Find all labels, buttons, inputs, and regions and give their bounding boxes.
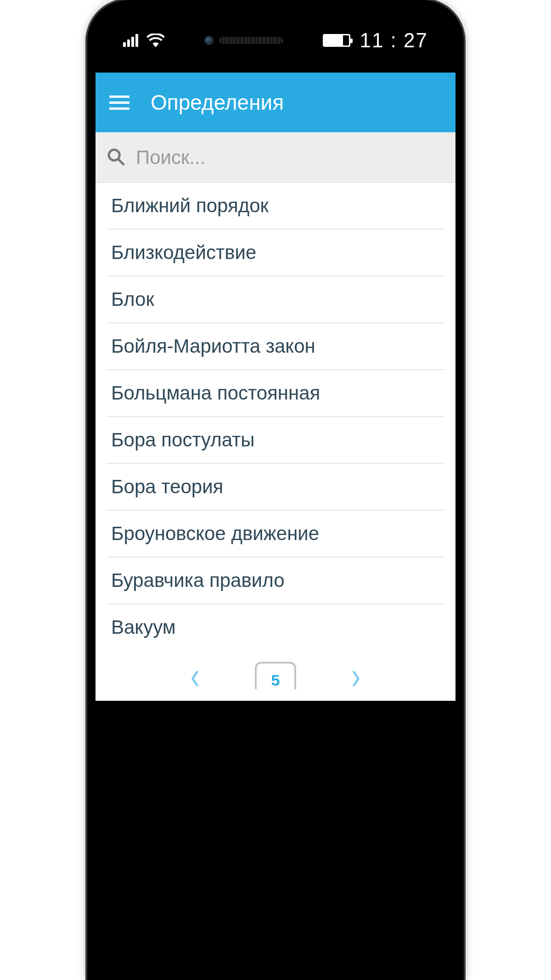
search-input[interactable] <box>136 146 444 169</box>
list-item[interactable]: Броуновское движение <box>107 511 444 558</box>
phone-frame: 11 : 27 Определения Ближ <box>87 0 464 980</box>
status-center <box>204 36 283 45</box>
page-number: 5 <box>271 671 280 689</box>
page-title: Определения <box>151 90 284 115</box>
search-icon <box>107 147 125 168</box>
page-number-input[interactable]: 5 <box>255 662 296 689</box>
app-header: Определения <box>96 73 455 132</box>
definitions-list[interactable]: Ближний порядок Близкодействие Блок Бойл… <box>96 183 455 650</box>
clock: 11 : 27 <box>360 29 428 52</box>
list-item[interactable]: Бора теория <box>107 464 444 511</box>
speaker-grille-icon <box>219 37 283 44</box>
signal-icon <box>123 34 138 47</box>
phone-screen: 11 : 27 Определения Ближ <box>96 8 455 701</box>
hamburger-menu-icon[interactable] <box>107 91 132 114</box>
prev-page-icon[interactable]: ‹ <box>191 653 200 698</box>
status-right: 11 : 27 <box>323 29 428 52</box>
battery-icon <box>323 34 350 47</box>
front-camera-icon <box>204 36 214 45</box>
wifi-icon <box>146 34 165 47</box>
list-item[interactable]: Бойля-Мариотта закон <box>107 323 444 370</box>
list-item[interactable]: Вакуум <box>107 604 444 650</box>
list-item[interactable]: Буравчика правило <box>107 558 444 604</box>
list-item[interactable]: Блок <box>107 276 444 323</box>
list-item[interactable]: Близкодействие <box>107 230 444 276</box>
next-page-icon[interactable]: › <box>351 653 360 698</box>
status-bar: 11 : 27 <box>96 8 455 73</box>
status-left <box>123 34 165 47</box>
pagination: ‹ 5 › <box>96 650 455 701</box>
search-bar[interactable] <box>96 132 455 183</box>
app-content: Определения Ближний порядок Близкодейств… <box>96 73 455 701</box>
list-item[interactable]: Ближний порядок <box>107 183 444 230</box>
list-item[interactable]: Больцмана постоянная <box>107 370 444 417</box>
list-item[interactable]: Бора постулаты <box>107 417 444 464</box>
svg-line-1 <box>118 159 124 164</box>
